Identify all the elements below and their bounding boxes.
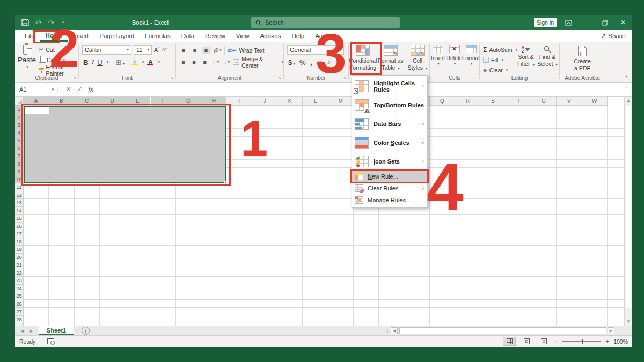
cell-styles-button[interactable]: Cell Styles ▾ — [404, 45, 431, 71]
tab-file[interactable]: File — [19, 30, 40, 42]
name-box[interactable]: A1▾ — [15, 83, 54, 96]
tab-insert[interactable]: Insert — [68, 30, 94, 42]
row-header-28[interactable]: 28 — [15, 316, 24, 324]
horizontal-split-handle[interactable]: ⋮ — [385, 328, 390, 333]
row-header-11[interactable]: 11 — [15, 183, 24, 191]
cut-button[interactable]: ✂Cut — [39, 45, 78, 54]
row-header-15[interactable]: 15 — [15, 215, 24, 223]
normal-view-button[interactable] — [503, 337, 516, 346]
column-header-c[interactable]: C — [75, 97, 100, 106]
tab-view[interactable]: View — [231, 30, 255, 42]
autosum-button[interactable]: ΣAutoSum▾ — [483, 45, 517, 54]
save-button[interactable] — [19, 17, 31, 28]
menu-item-new-rule[interactable]: New Rule... — [352, 171, 427, 182]
tab-home[interactable]: Home — [40, 30, 68, 42]
format-as-table-button[interactable]: Format as Table ▾ — [377, 45, 405, 71]
search-input[interactable]: Search — [251, 17, 400, 28]
fill-handle[interactable] — [224, 181, 227, 184]
menu-item-manage-rules[interactable]: Manage Rules... — [352, 194, 427, 206]
menu-item-top-bottom-rules[interactable]: Top/Bottom Rules› — [352, 95, 427, 114]
column-header-q[interactable]: Q — [430, 97, 455, 106]
row-header-27[interactable]: 27 — [15, 308, 24, 316]
copy-button[interactable]: Copy▾ — [39, 55, 78, 64]
share-button[interactable]: ↗ Share — [601, 30, 625, 42]
menu-item-data-bars[interactable]: Data Bars› — [352, 114, 427, 133]
row-header-14[interactable]: 14 — [15, 207, 24, 215]
scroll-up-arrow[interactable]: ▲ — [625, 97, 632, 105]
row-header-19[interactable]: 19 — [15, 246, 24, 254]
font-color-caret[interactable]: ▾ — [158, 60, 160, 64]
tab-review[interactable]: Review — [200, 30, 231, 42]
underline-options-caret[interactable]: ▾ — [107, 60, 109, 64]
sort-filter-button[interactable]: AZ Sort & Filter ▾ — [515, 46, 537, 67]
column-header-r[interactable]: R — [455, 97, 480, 106]
merge-center-button[interactable]: ↔Merge & Center▾ — [233, 57, 283, 67]
expand-formula-bar-button[interactable]: ˆ — [620, 83, 632, 96]
menu-item-icon-sets[interactable]: Icon Sets› — [352, 152, 427, 171]
tab-acrobat[interactable]: Acrobat — [310, 30, 342, 42]
zoom-slider[interactable] — [562, 341, 601, 342]
font-size-select[interactable]: 11▾ — [134, 45, 152, 55]
tab-data[interactable]: Data — [176, 30, 200, 42]
comma-style-button[interactable]: , — [310, 58, 312, 67]
menu-item-clear-rules[interactable]: Clear Rules› — [352, 182, 427, 194]
borders-button[interactable]: ⊞▾ — [115, 58, 125, 67]
column-header-g[interactable]: G — [176, 97, 201, 106]
row-header-5[interactable]: 5 — [15, 137, 24, 145]
row-header-8[interactable]: 8 — [15, 160, 24, 168]
column-header-v[interactable]: V — [557, 97, 582, 106]
italic-button[interactable]: I — [92, 58, 94, 67]
tab-add-ins[interactable]: Add-ins — [255, 30, 287, 42]
scroll-down-arrow[interactable]: ▼ — [625, 317, 632, 326]
find-select-button[interactable]: Find & Select ▾ — [537, 46, 558, 67]
column-header-a[interactable]: A — [24, 97, 49, 106]
column-header-b[interactable]: B — [49, 97, 74, 106]
macro-record-icon[interactable] — [47, 338, 54, 344]
row-header-25[interactable]: 25 — [15, 292, 24, 300]
column-header-d[interactable]: D — [100, 97, 125, 106]
column-header-m[interactable]: M — [328, 97, 354, 106]
zoom-in-button[interactable]: + — [605, 338, 609, 345]
row-header-1[interactable]: 1 — [15, 106, 24, 114]
undo-button[interactable]: ↶▾ — [32, 17, 44, 28]
row-header-10[interactable]: 10 — [15, 176, 24, 184]
row-header-9[interactable]: 9 — [15, 168, 24, 176]
zoom-slider-thumb[interactable] — [582, 339, 583, 344]
tab-formulas[interactable]: Formulas — [140, 30, 176, 42]
font-dialog-launcher[interactable]: ↘ — [170, 76, 174, 80]
row-header-6[interactable]: 6 — [15, 145, 24, 153]
row-header-18[interactable]: 18 — [15, 238, 24, 246]
format-cells-button[interactable]: Format▾ — [463, 45, 479, 66]
tab-help[interactable]: Help — [287, 30, 310, 42]
sign-in-button[interactable]: Sign in — [534, 18, 557, 27]
vertical-scrollbar[interactable]: ▲ ▼ — [624, 97, 632, 326]
column-header-k[interactable]: K — [277, 97, 303, 106]
column-header-s[interactable]: S — [480, 97, 506, 106]
number-dialog-launcher[interactable]: ↘ — [343, 76, 347, 80]
column-header-j[interactable]: J — [252, 97, 277, 106]
collapse-ribbon-button[interactable]: ⌃ — [625, 75, 629, 81]
close-button[interactable]: ✕ — [615, 15, 631, 30]
increase-indent-button[interactable]: →≡ — [222, 58, 230, 66]
row-header-24[interactable]: 24 — [15, 285, 24, 293]
cancel-entry-button[interactable]: ✕ — [65, 85, 71, 93]
row-header-23[interactable]: 23 — [15, 277, 24, 285]
alignment-dialog-launcher[interactable]: ↘ — [278, 76, 282, 80]
underline-button[interactable]: U — [97, 58, 103, 67]
column-header-u[interactable]: U — [531, 97, 557, 106]
column-header-e[interactable]: E — [125, 97, 150, 106]
font-color-button[interactable]: A — [147, 59, 153, 65]
ribbon-display-options-button[interactable] — [560, 15, 576, 30]
enter-entry-button[interactable]: ✓ — [77, 85, 83, 93]
orientation-button[interactable]: ab▾ — [213, 47, 222, 54]
create-pdf-button[interactable]: Create a PDF — [568, 46, 596, 71]
hscroll-right-arrow[interactable]: ▶ — [608, 327, 614, 334]
row-header-7[interactable]: 7 — [15, 152, 24, 160]
fill-color-caret[interactable]: ▾ — [142, 60, 144, 64]
column-header-l[interactable]: L — [303, 97, 328, 106]
delete-cells-button[interactable]: ✕ Delete▾ — [446, 45, 463, 66]
clear-button[interactable]: ◆Clear▾ — [483, 65, 517, 75]
tab-page-layout[interactable]: Page Layout — [94, 30, 140, 42]
decrease-indent-button[interactable]: ←≡ — [211, 58, 219, 66]
wrap-text-button[interactable]: ab↵Wrap Text — [228, 46, 264, 55]
